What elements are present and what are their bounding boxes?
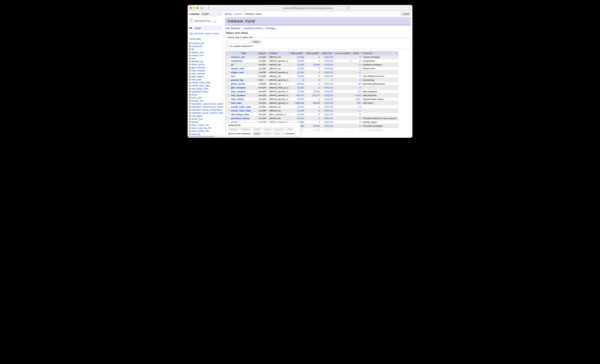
cell-data-length[interactable]: 98,304 [290, 97, 305, 101]
col-data-length[interactable]: Data Length [291, 52, 302, 55]
sidebar-table-item[interactable]: server_cost [189, 118, 222, 121]
repair-button[interactable]: Repair [263, 128, 272, 131]
cell-data-free[interactable]: 0 [321, 78, 334, 82]
cell-rows[interactable]: ~ 53 [352, 90, 362, 93]
logout-button[interactable]: Logout [401, 12, 411, 16]
cell-auto-increment[interactable]: 1 [334, 59, 352, 63]
cell-index-length[interactable]: 0 [305, 67, 321, 70]
cell-index-length[interactable]: 0 [305, 116, 321, 120]
table-name-link[interactable]: general_log [231, 79, 243, 81]
sidebar-table-link[interactable]: password_history [192, 90, 208, 93]
table-name-link[interactable]: help_keyword [231, 94, 245, 97]
cell-auto-increment[interactable] [334, 97, 352, 101]
cell-index-length[interactable]: 0 [305, 59, 321, 63]
table-name-link[interactable]: innodb_index_stats [231, 106, 251, 108]
sidebar-table-link[interactable]: func [192, 57, 196, 60]
sidebar-table-item[interactable]: help_relation [189, 75, 222, 78]
cell-index-length[interactable]: 131,072 [305, 93, 321, 97]
row-checkbox[interactable] [226, 94, 229, 96]
sidebar-table-link[interactable]: gtid_executed [192, 66, 205, 69]
cell-rows[interactable]: ~ 1,092 [352, 93, 362, 97]
overwrite-checkbox[interactable] [282, 132, 284, 135]
cell-data-length[interactable]: 16,384 [290, 105, 305, 109]
table-name-link[interactable]: help_category [231, 90, 245, 93]
help-icon[interactable]: ? [266, 52, 267, 54]
cell-data-free[interactable]: 7,340,032 [321, 67, 334, 70]
sidebar-table-link[interactable]: help_topic [192, 78, 201, 81]
sidebar-table-item[interactable]: default_roles [189, 51, 222, 54]
table-name-link[interactable]: password_history [231, 117, 249, 120]
sidebar-table-link[interactable]: slow_log [192, 133, 200, 136]
cell-data-free[interactable]: 7,340,032 [321, 101, 334, 105]
select-all-checkbox[interactable] [226, 52, 229, 54]
cell-index-length[interactable]: 0 [305, 112, 321, 116]
table-name-link[interactable]: innodb_table_stats [231, 109, 251, 112]
sidebar-table-link[interactable]: replication_asynchronous_connect [192, 103, 223, 105]
cell-data-free[interactable]: 7,340,032 [321, 59, 334, 63]
col-collation[interactable]: Collation [269, 52, 278, 55]
row-checkbox[interactable] [226, 98, 229, 100]
sidebar-toggle-icon[interactable] [200, 7, 203, 9]
sidebar-table-link[interactable]: help_relation [192, 75, 204, 78]
cell-index-length[interactable]: 98,304 [305, 101, 321, 105]
alter-database-link[interactable]: Alter database [225, 27, 240, 30]
row-checkbox[interactable] [226, 83, 229, 84]
cell-rows[interactable]: ~ 2 [352, 109, 362, 112]
cell-auto-increment[interactable] [334, 112, 352, 116]
sidebar-table-link[interactable]: slave_master_info [192, 123, 209, 127]
cell-auto-increment[interactable] [334, 105, 352, 109]
cell-auto-increment[interactable] [334, 55, 352, 59]
search-button[interactable]: Search [251, 40, 261, 43]
sidebar-table-item[interactable]: replication_asynchronous_connect [189, 105, 222, 108]
cell-data-free[interactable]: 7,340,032 [321, 128, 334, 132]
sidebar-table-link[interactable]: columns_priv [192, 42, 205, 45]
help-icon[interactable]: ? [319, 52, 320, 54]
cell-rows[interactable]: ~ 2 [352, 63, 362, 67]
sidebar-table-item[interactable]: plugin [189, 93, 222, 96]
row-checkbox[interactable] [226, 67, 229, 69]
address-bar[interactable]: localhost:8888/adminer/?username=root&db… [264, 6, 351, 10]
sidebar-table-item[interactable]: help_category [189, 69, 222, 72]
row-checkbox[interactable] [226, 63, 229, 65]
cell-data-length[interactable]: 16,384 [290, 55, 305, 59]
cell-auto-increment[interactable] [334, 86, 352, 90]
close-window-icon[interactable] [190, 7, 192, 9]
cell-data-free[interactable]: 7,340,032 [321, 90, 334, 93]
sidebar-table-item[interactable]: global_grants [189, 63, 222, 66]
cell-index-length[interactable]: 0 [305, 82, 321, 86]
col-comment[interactable]: Comment [363, 52, 372, 55]
table-name-link[interactable]: ndb_binlog_index [231, 113, 249, 116]
cell-rows[interactable]: ~ 59 [352, 82, 362, 86]
cell-data-free[interactable]: 7,340,032 [321, 97, 334, 101]
sidebar-table-item[interactable]: replication_asynchronous_connect [189, 103, 222, 105]
cell-index-length[interactable]: 16,384 [305, 124, 321, 128]
optimize-button[interactable]: Optimize [240, 128, 251, 131]
sidebar-table-link[interactable]: replication_asynchronous_connect [192, 105, 223, 108]
cell-index-length[interactable]: 0 [305, 86, 321, 90]
check-button[interactable]: Check [252, 128, 262, 131]
table-name-link[interactable]: help_topic [231, 102, 242, 104]
sidebar-table-link[interactable]: servers [192, 121, 199, 123]
table-name-link[interactable]: columns_priv [231, 56, 245, 58]
sidebar-table-link[interactable]: default_roles [192, 51, 204, 54]
cell-auto-increment[interactable] [334, 70, 352, 74]
cell-data-length[interactable]: 16,384 [290, 70, 305, 74]
row-checkbox[interactable] [226, 71, 229, 73]
sidebar-table-link[interactable]: innodb_index_stats [192, 81, 210, 84]
sidebar-table-link[interactable]: innodb_table_stats [192, 84, 210, 87]
row-checkbox[interactable] [226, 56, 229, 58]
cell-data-free[interactable]: 7,340,032 [321, 86, 334, 90]
sidebar-table-item[interactable]: columns_priv [189, 42, 222, 45]
help-icon[interactable]: ? [360, 52, 361, 54]
cell-data-length[interactable]: 16,384 [290, 112, 305, 116]
cell-index-length[interactable]: 0 [305, 120, 321, 124]
table-name-link[interactable]: component [231, 60, 243, 62]
sidebar-table-link[interactable]: help_category [192, 69, 205, 72]
cell-data-length[interactable]: 131,072 [290, 93, 305, 97]
cell-auto-increment[interactable] [334, 67, 352, 70]
sidebar-table-link[interactable]: slave_worker_info [192, 130, 209, 132]
col-data-free[interactable]: Data Free [322, 52, 332, 55]
sidebar-table-link[interactable]: component [192, 45, 202, 48]
cell-rows[interactable]: 0 [352, 55, 362, 59]
cell-data-free[interactable]: 7,340,032 [321, 93, 334, 97]
